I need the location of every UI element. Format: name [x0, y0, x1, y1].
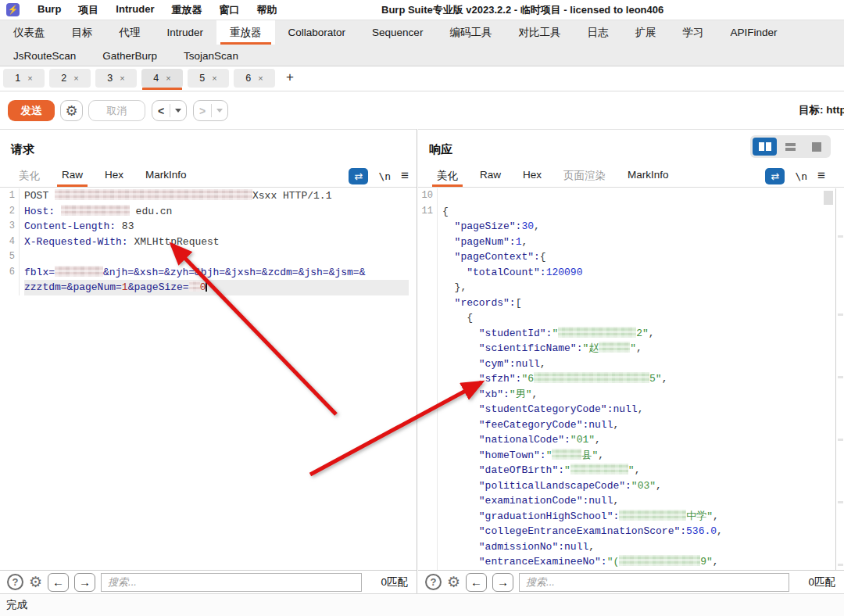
code-line: "dateOfBirth":"",: [418, 463, 835, 478]
view-tab-MarkInfo[interactable]: MarkInfo: [617, 166, 680, 187]
tab-对比工具[interactable]: 对比工具: [505, 20, 574, 45]
view-tab-美化[interactable]: 美化: [426, 166, 469, 187]
line-number: [418, 493, 438, 509]
close-tab-icon[interactable]: ×: [212, 73, 216, 83]
next-icon[interactable]: >: [194, 105, 211, 117]
code-line: "totalCount":120090: [418, 265, 835, 281]
tab-JsRouteScan[interactable]: JsRouteScan: [0, 45, 89, 66]
code-line: "cym":null,: [418, 356, 835, 372]
view-tab-页面渲染[interactable]: 页面渲染: [553, 166, 617, 187]
line-number: 2: [0, 204, 20, 220]
editor-menu-icon[interactable]: ≡: [401, 168, 409, 184]
redacted-text: [55, 266, 103, 277]
view-tab-Hex[interactable]: Hex: [512, 166, 553, 187]
line-number: [418, 524, 438, 539]
search-prev-button[interactable]: ←: [48, 573, 69, 592]
prev-icon[interactable]: <: [152, 105, 170, 117]
show-newlines-icon[interactable]: \n: [795, 170, 807, 182]
layout-rows-button[interactable]: [778, 138, 803, 156]
search-input[interactable]: [101, 573, 362, 592]
tab-Sequencer[interactable]: Sequencer: [359, 20, 436, 45]
code-line: "admissionNo":null,: [418, 539, 835, 555]
search-input[interactable]: [519, 573, 789, 592]
layout-columns-button[interactable]: [753, 138, 777, 156]
menu-重放器[interactable]: 重放器: [163, 3, 210, 17]
response-search-bar: ? ⚙ ← → 0匹配: [418, 570, 844, 593]
line-number: [418, 554, 438, 570]
close-tab-icon[interactable]: ×: [27, 73, 32, 83]
tab-扩展[interactable]: 扩展: [621, 20, 669, 45]
request-editor[interactable]: 1POST Xsxx HTTP/1.12Host: edu.cn3Content…: [0, 188, 409, 570]
redacted-text: [55, 189, 252, 200]
tab-日志[interactable]: 日志: [574, 20, 621, 45]
close-tab-icon[interactable]: ×: [166, 73, 170, 83]
menu-项目[interactable]: 项目: [70, 3, 107, 17]
view-tab-MarkInfo[interactable]: MarkInfo: [134, 166, 198, 187]
add-tab-button[interactable]: +: [280, 69, 300, 86]
view-tab-美化[interactable]: 美化: [8, 166, 51, 187]
tab-仪表盘[interactable]: 仪表盘: [0, 20, 59, 45]
redacted-text: [619, 510, 686, 521]
repeater-tab-4[interactable]: 4×: [141, 69, 183, 88]
repeater-tab-5[interactable]: 5×: [188, 69, 229, 88]
menu-窗口[interactable]: 窗口: [210, 3, 248, 17]
repeater-tab-6[interactable]: 6×: [234, 69, 275, 88]
code-line: "pageSize":30,: [418, 219, 835, 235]
view-tab-Hex[interactable]: Hex: [94, 166, 134, 187]
code-line: "studentCategoryCode":null,: [418, 402, 835, 417]
help-icon[interactable]: ?: [7, 574, 23, 590]
response-viewer[interactable]: 1011{ "pageSize":30, "pageNum":1, "pageC…: [418, 188, 835, 570]
prev-request-button[interactable]: <: [152, 100, 187, 121]
menu-Intruder[interactable]: Intruder: [107, 3, 163, 17]
chevron-down-icon[interactable]: [216, 109, 223, 113]
line-number: [418, 326, 438, 342]
scrollbar-thumb[interactable]: [824, 191, 833, 205]
menu-Burp[interactable]: Burp: [29, 3, 70, 17]
close-tab-icon[interactable]: ×: [120, 73, 124, 83]
chevron-down-icon[interactable]: [175, 109, 181, 113]
cancel-button[interactable]: 取消: [88, 100, 145, 121]
tab-APIFinder[interactable]: APIFinder: [717, 20, 790, 45]
pretty-print-icon[interactable]: ⇄: [765, 168, 785, 184]
view-tab-Raw[interactable]: Raw: [469, 166, 512, 187]
request-panel: 请求 美化RawHexMarkInfo ⇄ \n ≡ 1POST Xsxx HT…: [0, 129, 417, 593]
tab-GatherBurp[interactable]: GatherBurp: [89, 45, 170, 66]
search-settings-icon[interactable]: ⚙: [447, 575, 460, 589]
pretty-print-icon[interactable]: ⇄: [349, 168, 368, 184]
view-tab-Raw[interactable]: Raw: [51, 166, 94, 187]
response-panel-title: 响应: [429, 142, 452, 157]
tab-学习[interactable]: 学习: [669, 20, 717, 45]
layout-single-button[interactable]: [804, 138, 828, 156]
tab-Collaborator[interactable]: Collaborator: [275, 20, 359, 45]
tab-编码工具[interactable]: 编码工具: [436, 20, 505, 45]
status-bar: 完成: [0, 593, 844, 616]
search-next-button[interactable]: →: [492, 573, 513, 592]
line-number: [418, 310, 438, 326]
repeater-tab-2[interactable]: 2×: [49, 69, 91, 88]
settings-gear-button[interactable]: ⚙: [60, 100, 83, 121]
show-newlines-icon[interactable]: \n: [378, 170, 391, 182]
request-panel-title: 请求: [11, 142, 34, 157]
search-prev-button[interactable]: ←: [466, 573, 487, 592]
repeater-tab-3[interactable]: 3×: [95, 69, 137, 88]
tab-Intruder[interactable]: Intruder: [154, 20, 217, 45]
menu-帮助[interactable]: 帮助: [248, 3, 285, 17]
close-tab-icon[interactable]: ×: [73, 73, 78, 83]
code-line: 3Content-Length: 83: [0, 219, 409, 235]
search-next-button[interactable]: →: [74, 573, 95, 592]
editor-menu-icon[interactable]: ≡: [817, 168, 825, 184]
code-line: "politicalLandscapeCode":"03",: [418, 478, 835, 494]
send-button[interactable]: 发送: [8, 100, 55, 121]
tab-重放器[interactable]: 重放器: [216, 20, 275, 45]
next-request-button[interactable]: >: [193, 100, 228, 121]
line-number: [418, 356, 438, 372]
tab-TsojanScan[interactable]: TsojanScan: [170, 45, 252, 66]
repeater-tab-1[interactable]: 1×: [3, 69, 45, 88]
close-tab-icon[interactable]: ×: [258, 73, 263, 83]
help-icon[interactable]: ?: [425, 574, 442, 590]
target-label: 目标: http: [799, 103, 844, 117]
search-settings-icon[interactable]: ⚙: [29, 575, 42, 589]
tab-目标[interactable]: 目标: [59, 20, 106, 45]
tab-代理[interactable]: 代理: [106, 20, 154, 45]
code-line: "nationalCode":"01",: [418, 432, 835, 448]
